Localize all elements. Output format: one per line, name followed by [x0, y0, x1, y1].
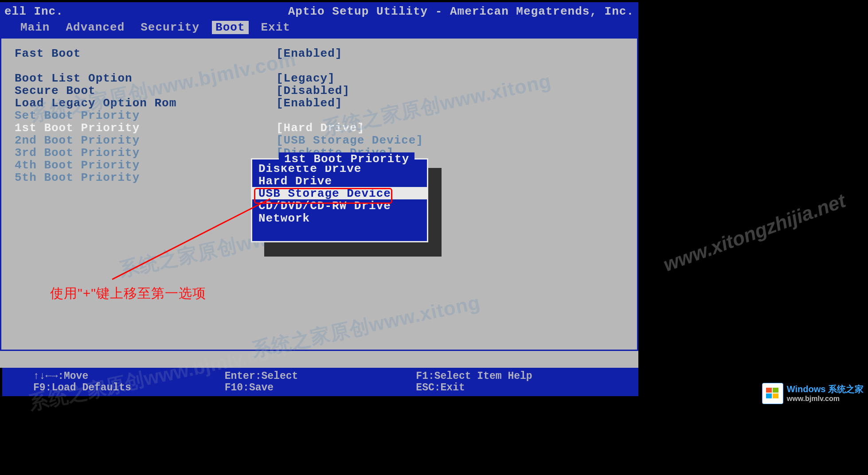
hint-move: ↑↓←→:Move	[33, 370, 225, 382]
popup-title: 1st Boot Priority	[279, 152, 414, 166]
watermark: www.xitongzhijia.net	[660, 189, 848, 276]
footer-bar: ↑↓←→:Move Enter:Select F1:Select Item He…	[2, 368, 638, 396]
badge-line1: Windows 系统之家	[787, 384, 864, 394]
popup-item-usb-storage[interactable]: USB Storage Device	[252, 187, 427, 199]
option-boot-2[interactable]: 2nd Boot Priority [USB Storage Device]	[15, 134, 624, 147]
tab-boot[interactable]: Boot	[212, 21, 248, 34]
option-value: [Disabled]	[276, 84, 350, 97]
vendor-name: ell Inc.	[4, 5, 63, 18]
utility-title: Aptio Setup Utility - American Megatrend…	[288, 5, 634, 18]
option-set-priority[interactable]: Set Boot Priority	[15, 109, 624, 122]
tab-advanced[interactable]: Advanced	[62, 21, 128, 34]
watermark: 系统之家原创www.xitong	[250, 289, 483, 363]
hint-enter: Enter:Select	[225, 370, 416, 382]
hint-f10: F10:Save	[225, 382, 416, 393]
option-value: [Enabled]	[276, 47, 342, 60]
option-label: 1st Boot Priority	[15, 121, 276, 135]
popup-item-network[interactable]: Network	[258, 212, 421, 224]
option-label: Fast Boot	[15, 47, 276, 60]
option-label: 5th Boot Priority	[15, 171, 276, 184]
annotation-text: 使用"+"键上移至第一选项	[50, 284, 206, 303]
hint-esc: ESC:Exit	[416, 382, 607, 393]
hint-f9: F9:Load Defaults	[33, 382, 225, 393]
option-label: 2nd Boot Priority	[15, 134, 276, 147]
bios-screen: ell Inc. Aptio Setup Utility - American …	[0, 2, 638, 368]
option-label: 3rd Boot Priority	[15, 146, 276, 160]
option-boot-list[interactable]: Boot List Option [Legacy]	[15, 72, 624, 85]
option-fast-boot[interactable]: Fast Boot [Enabled]	[15, 47, 624, 60]
option-boot-1[interactable]: 1st Boot Priority [Hard Drive]	[15, 122, 624, 134]
main-panel: 系统之家原创www.bjmlv.com 系统之家原创www.xitong 系统之…	[0, 39, 638, 351]
option-label: Boot List Option	[15, 72, 276, 85]
option-value: [Hard Drive]	[276, 121, 364, 135]
tab-main[interactable]: Main	[17, 21, 53, 34]
option-legacy-rom[interactable]: Load Legacy Option Rom [Enabled]	[15, 97, 624, 109]
hint-f1: F1:Select Item Help	[416, 370, 607, 382]
badge-line2: www.bjmlv.com	[787, 394, 864, 403]
tab-bar: Main Advanced Security Boot Exit	[4, 21, 634, 34]
boot-priority-popup: 1st Boot Priority Diskette Drive Hard Dr…	[251, 158, 428, 242]
option-value: [Enabled]	[276, 97, 342, 110]
option-label: Load Legacy Option Rom	[15, 97, 276, 110]
tab-security[interactable]: Security	[137, 21, 203, 34]
option-label: 4th Boot Priority	[15, 159, 276, 172]
option-secure-boot[interactable]: Secure Boot [Disabled]	[15, 85, 624, 97]
option-value: [Legacy]	[276, 72, 335, 85]
annotation-arrow	[112, 199, 270, 280]
option-label: Secure Boot	[15, 84, 276, 97]
popup-item-hard-drive[interactable]: Hard Drive	[258, 175, 421, 187]
windows-icon	[762, 383, 783, 404]
popup-item-cd-dvd[interactable]: CD/DVD/CD-RW Drive	[258, 199, 421, 212]
header-bar: ell Inc. Aptio Setup Utility - American …	[0, 2, 638, 39]
tab-exit[interactable]: Exit	[258, 21, 294, 34]
option-value: [USB Storage Device]	[276, 134, 423, 147]
option-label: Set Boot Priority	[15, 109, 276, 122]
source-badge: Windows 系统之家 www.bjmlv.com	[762, 383, 864, 404]
